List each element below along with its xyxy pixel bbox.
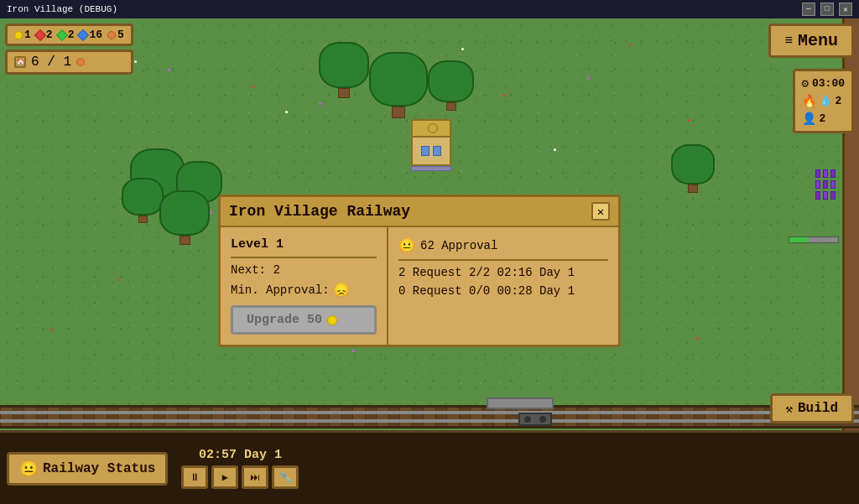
resource-orange-value: 5 (117, 29, 124, 41)
modal-approval-value: 62 Approval (420, 239, 497, 252)
pause-button[interactable]: ⏸ (181, 465, 208, 489)
approval-icon: 😐 (398, 237, 415, 254)
titlebar: Iron Village (DEBUG) — □ ✕ (0, 0, 859, 18)
resource-gold-value: 1 (24, 29, 31, 41)
tree (671, 144, 715, 193)
settings-button[interactable]: 🔧 (272, 465, 299, 489)
flower-dot (134, 60, 137, 63)
population-bar: 🏠 6 / 1 (5, 49, 133, 75)
panel-time-row: ⚙️ 03:00 (802, 76, 845, 91)
progress-indicator (789, 236, 839, 243)
flower-dot (168, 69, 170, 71)
resource-gold: 1 (14, 29, 31, 41)
time-display: 02:57 Day 1 (181, 448, 299, 462)
modal-min-approval: Min. Approval: 😞 (231, 282, 377, 299)
railway-modal: Iron Village Railway ✕ Level 1 Next: 2 M… (218, 195, 621, 347)
status-bar: 😐 Railway Status 02:57 Day 1 ⏸ ▶ ⏭ 🔧 (0, 430, 859, 504)
game-area: 1 2 2 16 5 🏠 6 / 1 ≡ (0, 18, 859, 504)
control-buttons: ⏸ ▶ ⏭ 🔧 (181, 465, 299, 489)
panel-water-row: 🔥 💧 2 (802, 94, 845, 108)
railway-status-icon: 😐 (19, 460, 38, 478)
crops (815, 169, 841, 220)
resource-bar: 1 2 2 16 5 (5, 23, 133, 46)
modal-close-button[interactable]: ✕ (591, 202, 610, 221)
modal-next: Next: 2 (231, 263, 377, 277)
railway-track (0, 405, 859, 429)
upgrade-button[interactable]: Upgrade 50 (231, 305, 377, 335)
building (411, 119, 451, 169)
build-label: Build (798, 401, 838, 416)
flower-dot (210, 211, 212, 214)
fast-forward-button[interactable]: ⏭ (242, 465, 268, 489)
close-button[interactable]: ✕ (839, 3, 852, 16)
rail-bottom (0, 419, 859, 423)
top-hud: 1 2 2 16 5 🏠 6 / 1 (5, 23, 133, 75)
approval-sad-icon: 😞 (333, 282, 350, 299)
modal-divider (231, 257, 377, 258)
flower-dot (461, 48, 464, 50)
flower-dot (50, 329, 53, 331)
panel-person-value: 2 (820, 112, 826, 125)
modal-request2: 0 Request 0/0 00:28 Day 1 (398, 284, 608, 298)
modal-right-panel: 😐 62 Approval 2 Request 2/2 02:16 Day 1 … (388, 227, 618, 345)
modal-level: Level 1 (231, 237, 377, 252)
modal-titlebar: Iron Village Railway ✕ (221, 197, 618, 227)
modal-min-approval-label: Min. Approval: (231, 283, 330, 297)
flower-dot (117, 278, 120, 281)
resource-green-value: 2 (68, 29, 75, 41)
modal-divider2 (398, 259, 608, 261)
upgrade-label: Upgrade 50 (247, 313, 322, 327)
time-controls: 02:57 Day 1 ⏸ ▶ ⏭ 🔧 (181, 448, 299, 489)
panel-person-row: 👤 2 (802, 112, 845, 126)
resource-orange: 5 (107, 29, 124, 41)
railway-status-label: Railway Status (43, 461, 155, 476)
flower-dot (319, 102, 321, 105)
build-button[interactable]: ⚒ Build (770, 393, 854, 423)
flower-dot (554, 148, 556, 151)
resource-red: 2 (36, 29, 53, 41)
resource-red-value: 2 (46, 29, 53, 41)
titlebar-controls: — □ ✕ (802, 3, 852, 16)
tree (369, 52, 428, 118)
modal-left-panel: Level 1 Next: 2 Min. Approval: 😞 Upgrade… (221, 227, 388, 345)
flower-dot (629, 44, 632, 46)
panel-time: 03:00 (812, 77, 845, 90)
menu-button[interactable]: ≡ Menu (768, 23, 854, 58)
right-side-panel: ⚙️ 03:00 🔥 💧 2 👤 2 (793, 69, 854, 133)
titlebar-title: Iron Village (DEBUG) (7, 4, 117, 14)
tree (319, 42, 369, 98)
panel-water-value: 2 (836, 95, 842, 107)
tree (428, 60, 474, 111)
flower-dot (352, 350, 355, 352)
flower-dot (252, 86, 254, 88)
flower-dot (503, 94, 506, 96)
maximize-button[interactable]: □ (820, 3, 834, 16)
tree (122, 178, 164, 223)
tree (159, 190, 210, 245)
minimize-button[interactable]: — (802, 3, 815, 16)
modal-approval-row: 😐 62 Approval (398, 237, 608, 254)
flower-dot (696, 337, 699, 340)
modal-title: Iron Village Railway (229, 203, 410, 220)
flower-dot (587, 77, 590, 80)
play-button[interactable]: ▶ (211, 465, 238, 489)
flower-dot (688, 119, 690, 122)
population-value: 6 / 1 (31, 55, 71, 70)
menu-label: Menu (798, 31, 838, 50)
resource-green: 2 (58, 29, 75, 41)
rail-top (0, 411, 859, 414)
modal-request1: 2 Request 2/2 02:16 Day 1 (398, 266, 608, 279)
modal-body: Level 1 Next: 2 Min. Approval: 😞 Upgrade… (221, 227, 618, 345)
flower-dot (285, 111, 288, 113)
railway-status-button[interactable]: 😐 Railway Status (7, 452, 168, 486)
resource-blue-value: 16 (89, 29, 102, 41)
resource-blue: 16 (79, 29, 102, 41)
